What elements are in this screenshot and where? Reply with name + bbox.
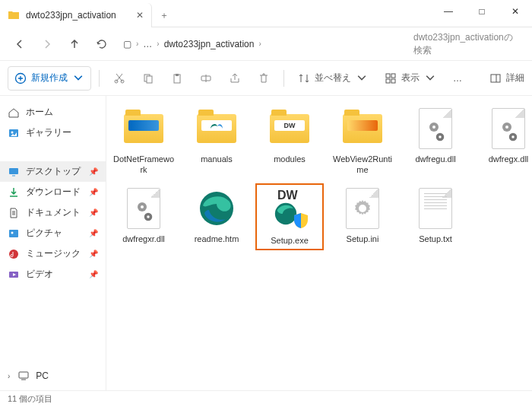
view-button[interactable]: 表示	[378, 67, 442, 90]
item-label: readme.htm	[195, 234, 239, 244]
item-folder-modules[interactable]: DW modules	[255, 103, 324, 179]
delete-button[interactable]	[252, 67, 276, 90]
search-input[interactable]: dwto233jpn_activationの検索	[410, 28, 524, 60]
sidebar-item-pc[interactable]: › PC	[0, 366, 106, 386]
svg-point-14	[11, 131, 14, 133]
breadcrumb-current[interactable]: dwto233jpn_activation	[164, 39, 255, 49]
sidebar-item-downloads[interactable]: ダウンロード 📌	[0, 182, 106, 202]
sidebar: ホーム ギャラリー デスクトップ 📌 ダウンロード 📌 ドキュメント	[0, 96, 106, 390]
item-setup-txt[interactable]: Setup.txt	[401, 183, 470, 250]
dll-icon	[411, 107, 460, 151]
file-grid[interactable]: DotNetFramework manuals DW modules WebVi…	[106, 96, 532, 390]
item-folder-dotnet[interactable]: DotNetFramework	[109, 103, 178, 179]
item-label: dwfregx.dll	[489, 154, 529, 164]
item-folder-manuals[interactable]: manuals	[182, 103, 251, 179]
txt-icon	[411, 186, 460, 231]
copy-button[interactable]	[136, 67, 160, 90]
sidebar-item-label: PC	[36, 370, 49, 381]
nav-bar: ▢ › … › dwto233jpn_activation › dwto233j…	[0, 27, 532, 61]
desktop-icon	[8, 166, 20, 178]
item-label: manuals	[201, 154, 233, 164]
sidebar-item-music[interactable]: ミュージック 📌	[0, 243, 106, 264]
videos-icon	[8, 269, 20, 281]
toolbar: 新規作成 並べ替え 表示 … 詳細	[0, 61, 532, 96]
trash-icon	[258, 72, 270, 84]
svg-point-24	[439, 135, 442, 138]
paste-icon	[171, 72, 183, 84]
item-folder-webview[interactable]: WebView2Runtime	[328, 103, 397, 179]
share-button[interactable]	[223, 67, 247, 90]
cut-button[interactable]	[107, 67, 131, 90]
sidebar-item-label: ピクチャ	[26, 227, 62, 240]
sidebar-item-desktop[interactable]: デスクトップ 📌	[0, 161, 106, 182]
more-button[interactable]: …	[447, 67, 468, 90]
dll-icon	[119, 186, 168, 231]
up-button[interactable]	[62, 32, 87, 56]
item-dll-dwfregxr[interactable]: dwfregxr.dll	[109, 183, 178, 250]
pictures-icon	[8, 227, 20, 240]
address-bar[interactable]: ▢ › … › dwto233jpn_activation ›	[117, 36, 407, 52]
svg-rect-4	[147, 76, 152, 83]
window-controls: — □ ✕	[432, 0, 532, 23]
view-icon	[385, 72, 397, 84]
sidebar-item-home[interactable]: ホーム	[0, 102, 106, 122]
svg-rect-20	[19, 372, 28, 378]
folder-icon	[119, 107, 168, 151]
sidebar-item-pictures[interactable]: ピクチャ 📌	[0, 223, 106, 243]
item-dll-dwfregu[interactable]: dwfregu.dll	[401, 103, 470, 179]
sort-button[interactable]: 並べ替え	[292, 67, 374, 90]
item-readme[interactable]: readme.htm	[182, 183, 251, 250]
details-button[interactable]: 詳細	[489, 72, 524, 84]
chevron-right-icon: ›	[8, 372, 10, 380]
sort-label: 並べ替え	[315, 72, 351, 84]
plus-circle-icon	[14, 72, 27, 84]
new-button[interactable]: 新規作成	[8, 66, 91, 91]
new-tab-button[interactable]: ＋	[152, 3, 176, 27]
svg-rect-9	[391, 74, 395, 78]
rename-button[interactable]	[194, 67, 218, 90]
breadcrumb-more[interactable]: …	[143, 39, 152, 49]
sidebar-item-label: ホーム	[26, 106, 53, 119]
home-icon	[8, 107, 20, 119]
svg-point-28	[511, 135, 515, 138]
back-button[interactable]	[8, 32, 32, 56]
tab-close-icon[interactable]: ✕	[136, 10, 144, 21]
sidebar-item-label: ドキュメント	[26, 206, 81, 219]
svg-rect-11	[391, 79, 395, 83]
svg-point-26	[505, 126, 508, 129]
uac-shield-icon	[294, 213, 308, 228]
maximize-button[interactable]: □	[465, 0, 499, 23]
pin-icon: 📌	[89, 208, 98, 217]
forward-button[interactable]	[35, 32, 59, 56]
sidebar-item-documents[interactable]: ドキュメント 📌	[0, 202, 106, 223]
window-tab[interactable]: dwto233jpn_activation ✕	[0, 3, 152, 27]
pin-icon: 📌	[89, 188, 98, 196]
svg-rect-12	[491, 75, 500, 82]
item-label: modules	[274, 154, 306, 164]
item-dll-dwfregx[interactable]: dwfregx.dll	[474, 103, 532, 179]
paste-button[interactable]	[165, 67, 189, 90]
chevron-right-icon: ›	[258, 40, 261, 48]
svg-point-17	[11, 231, 14, 234]
sidebar-item-videos[interactable]: ビデオ 📌	[0, 264, 106, 285]
details-pane-icon	[489, 72, 502, 84]
chevron-right-icon: ›	[157, 40, 159, 48]
tab-title: dwto233jpn_activation	[26, 10, 116, 21]
item-count: 11 個の項目	[8, 393, 52, 405]
sidebar-item-label: ギャラリー	[26, 126, 71, 139]
item-setup-exe[interactable]: DW Setup.exe	[255, 183, 324, 250]
title-bar: dwto233jpn_activation ✕ ＋ — □ ✕	[0, 0, 532, 27]
folder-icon	[338, 107, 387, 151]
separator	[99, 70, 100, 87]
share-icon	[229, 72, 241, 84]
gallery-icon	[8, 127, 20, 139]
sidebar-item-gallery[interactable]: ギャラリー	[0, 122, 106, 143]
sidebar-item-label: ダウンロード	[26, 186, 81, 199]
close-button[interactable]: ✕	[499, 0, 532, 23]
item-label: Setup.ini	[347, 234, 379, 244]
pin-icon: 📌	[89, 250, 98, 258]
item-setup-ini[interactable]: Setup.ini	[328, 183, 397, 250]
pin-icon: 📌	[89, 167, 98, 176]
minimize-button[interactable]: —	[432, 0, 465, 23]
refresh-button[interactable]	[90, 32, 114, 56]
